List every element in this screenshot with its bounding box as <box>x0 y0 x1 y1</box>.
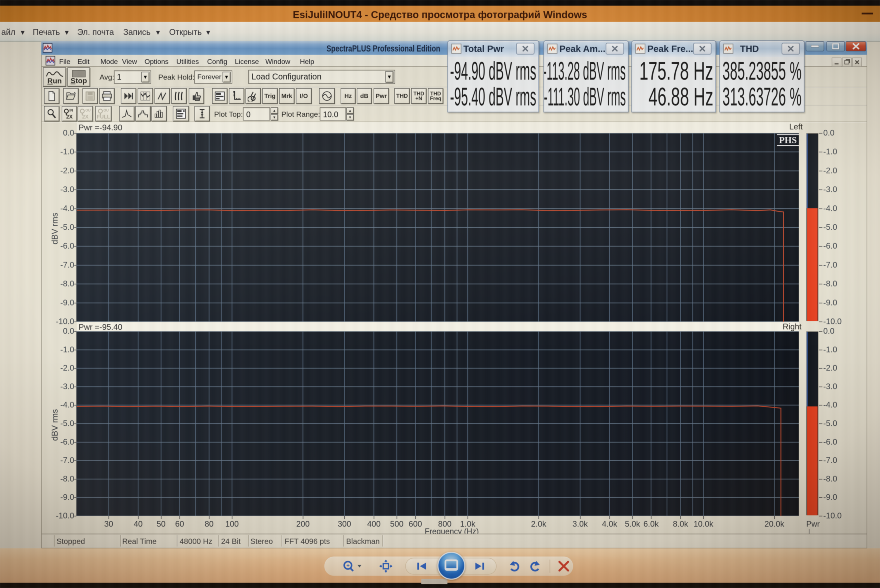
svg-text:OUT: OUT <box>85 108 91 112</box>
svg-text:+: + <box>346 562 350 568</box>
svg-text:OUT: OUT <box>103 108 109 112</box>
svg-text:IN: IN <box>69 108 73 112</box>
